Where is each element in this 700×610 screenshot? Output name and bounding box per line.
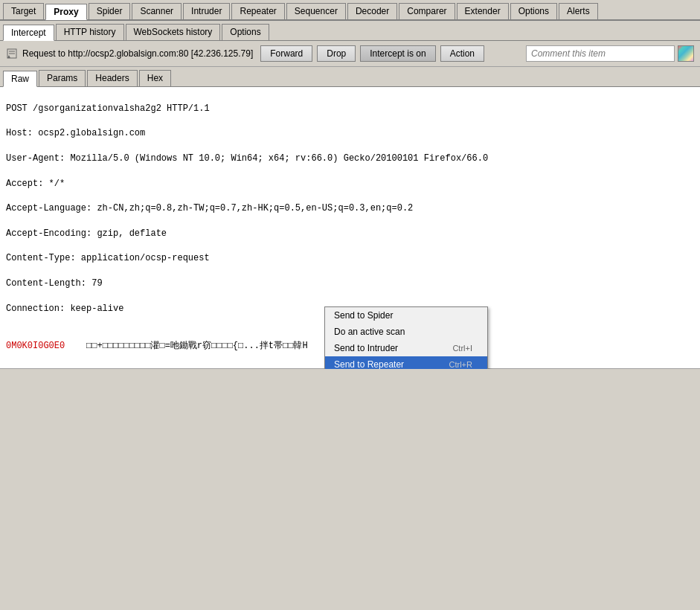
- drop-button[interactable]: Drop: [317, 45, 356, 62]
- menu-item-label: Do an active scan: [334, 327, 405, 337]
- request-line-6: Accept-Encoding: gzip, deflate: [6, 228, 167, 239]
- sub-tab-intercept[interactable]: Intercept: [3, 25, 54, 41]
- color-picker-button[interactable]: [678, 45, 694, 62]
- request-line-5: Accept-Language: zh-CN,zh;q=0.8,zh-TW;q=…: [6, 203, 413, 214]
- request-line-7: Content-Type: application/ocsp-request: [6, 253, 210, 263]
- content-tab-headers[interactable]: Headers: [87, 70, 137, 86]
- edit-icon: [6, 48, 18, 60]
- toolbar: Request to http://ocsp2.globalsign.com:8…: [0, 41, 700, 67]
- content-tab-hex[interactable]: Hex: [139, 70, 171, 86]
- sub-nav: InterceptHTTP historyWebSockets historyO…: [0, 21, 700, 41]
- sub-tab-options[interactable]: Options: [222, 24, 269, 40]
- binary-end: 拌t帯□□韓H: [260, 341, 308, 351]
- top-tab-extender[interactable]: Extender: [457, 3, 509, 19]
- content-tabs: RawParamsHeadersHex: [0, 67, 700, 87]
- sub-tab-http-history[interactable]: HTTP history: [56, 24, 124, 40]
- top-tab-options[interactable]: Options: [510, 3, 557, 19]
- request-line-3: User-Agent: Mozilla/5.0 (Windows NT 10.0…: [6, 153, 488, 164]
- request-line-2: Host: ocsp2.globalsign.com: [6, 128, 145, 138]
- top-tab-target[interactable]: Target: [3, 3, 44, 19]
- content-tab-params[interactable]: Params: [39, 70, 86, 86]
- action-button[interactable]: Action: [440, 45, 484, 62]
- menu-item-send-to-intruder[interactable]: Send to IntruderCtrl+I: [325, 340, 487, 356]
- comment-input[interactable]: [526, 45, 675, 62]
- menu-item-send-to-spider[interactable]: Send to Spider: [325, 307, 487, 324]
- top-tab-proxy[interactable]: Proxy: [45, 4, 86, 20]
- menu-item-shortcut: Ctrl+R: [449, 360, 472, 369]
- binary-content: □□+□□□□□□□□□灈□=吔鋤戰r窃□□□□{□...: [65, 341, 260, 351]
- request-line-4: Accept: */*: [6, 179, 65, 189]
- top-tab-sequencer[interactable]: Sequencer: [286, 3, 346, 19]
- request-line-1: POST /gsorganizationvalsha2g2 HTTP/1.1: [6, 103, 210, 114]
- request-line-8: Content-Length: 79: [6, 278, 103, 289]
- top-tab-intruder[interactable]: Intruder: [183, 3, 230, 19]
- content-tab-raw[interactable]: Raw: [3, 71, 37, 87]
- binary-prefix: 0M0K0I0G0E0: [6, 341, 65, 351]
- forward-button[interactable]: Forward: [260, 45, 312, 62]
- svg-marker-3: [7, 55, 10, 58]
- context-menu: Send to SpiderDo an active scanSend to I…: [324, 306, 488, 369]
- menu-item-label: Send to Spider: [334, 310, 393, 321]
- top-tab-alerts[interactable]: Alerts: [559, 3, 598, 19]
- top-tab-spider[interactable]: Spider: [89, 3, 131, 19]
- menu-item-do-an-active-scan[interactable]: Do an active scan: [325, 324, 487, 340]
- request-line-9: Connection: keep-alive: [6, 304, 123, 314]
- menu-item-shortcut: Ctrl+I: [452, 344, 472, 353]
- request-info-label: Request to http://ocsp2.globalsign.com:8…: [22, 48, 253, 59]
- top-tab-repeater[interactable]: Repeater: [231, 3, 284, 19]
- top-tab-scanner[interactable]: Scanner: [132, 3, 182, 19]
- top-tab-decoder[interactable]: Decoder: [347, 3, 397, 19]
- intercept-button[interactable]: Intercept is on: [360, 45, 435, 62]
- menu-item-label: Send to Repeater: [334, 359, 404, 369]
- menu-item-send-to-repeater[interactable]: Send to RepeaterCtrl+R: [325, 356, 487, 369]
- top-nav: TargetProxySpiderScannerIntruderRepeater…: [0, 0, 700, 21]
- top-tab-comparer[interactable]: Comparer: [399, 3, 455, 19]
- sub-tab-websockets-history[interactable]: WebSockets history: [126, 24, 221, 40]
- main-content: POST /gsorganizationvalsha2g2 HTTP/1.1 H…: [0, 87, 700, 369]
- menu-item-label: Send to Intruder: [334, 343, 398, 353]
